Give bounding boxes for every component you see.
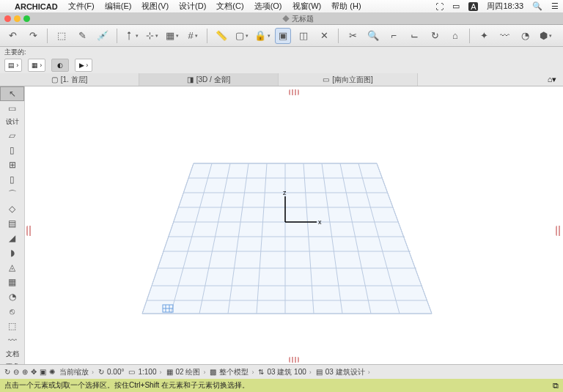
- curtainwall-tool[interactable]: ▦: [0, 275, 24, 289]
- eyedropper-button[interactable]: ✎: [74, 28, 90, 44]
- morph-button[interactable]: ✦: [476, 28, 492, 44]
- pick-button[interactable]: ⬚: [54, 28, 70, 44]
- menubar-left: ARCHICAD 文件(F) 编辑(E) 视图(V) 设计(D) 文档(C) 选…: [4, 1, 361, 12]
- wall-tool[interactable]: ▱: [0, 128, 24, 143]
- spotlight-icon[interactable]: 🔍: [532, 1, 542, 11]
- arrow-tool-dropdown[interactable]: ⭡: [123, 28, 139, 44]
- grid-dropdown[interactable]: #: [185, 28, 201, 44]
- undo-button[interactable]: ↶: [4, 28, 21, 44]
- menu-edit[interactable]: 编辑(E): [105, 1, 132, 12]
- macos-menubar: ARCHICAD 文件(F) 编辑(E) 视图(V) 设计(D) 文档(C) 选…: [0, 0, 563, 13]
- nav-zoomout-icon[interactable]: ⊖: [13, 368, 19, 376]
- tab-label: [3D / 全部]: [196, 75, 231, 85]
- find-button[interactable]: 🔍: [365, 28, 381, 44]
- favorites-dropdown[interactable]: ⬢: [537, 28, 553, 44]
- close-view-button[interactable]: ✕: [316, 28, 332, 44]
- menu-view[interactable]: 视图(V): [141, 1, 169, 12]
- minimize-window-button[interactable]: [14, 15, 21, 22]
- quick-options: ▤ › ▦ › ◐ ▶ ›: [0, 57, 563, 73]
- marquee-tool[interactable]: ▭: [0, 101, 24, 116]
- morph-tool[interactable]: ◔: [0, 289, 24, 304]
- section-design: 设计: [0, 116, 24, 128]
- menu-options[interactable]: 选项(O): [254, 1, 282, 12]
- toolbox: ↖ ▭ 设计 ▱ ▯ ⊞ ▯ ⌒ ◇ ▤ ◢ ◗ ◬ ▦ ◔ ⎋ ⬚ 〰 文档 …: [0, 86, 25, 364]
- zone-tool[interactable]: ⬚: [0, 319, 24, 333]
- menu-file[interactable]: 文件(F): [68, 1, 95, 12]
- arrow-quick-button[interactable]: ▶ ›: [75, 59, 92, 72]
- inject-button[interactable]: 💉: [95, 28, 111, 44]
- slab-tool[interactable]: ◇: [0, 201, 24, 216]
- zoom-preset[interactable]: 当前缩放›: [59, 367, 94, 377]
- nav-orbit-icon[interactable]: ✺: [49, 368, 55, 376]
- mesh-button[interactable]: 〰: [496, 28, 512, 44]
- door-tool[interactable]: ▯: [0, 143, 24, 158]
- rotate-button[interactable]: ↻: [427, 28, 443, 44]
- nav-fit-icon[interactable]: ▣: [40, 368, 46, 376]
- menu-document[interactable]: 文档(C): [216, 1, 243, 12]
- stair-tool[interactable]: ▤: [0, 216, 24, 231]
- beam-tool[interactable]: ⌒: [0, 187, 24, 201]
- menu-icon[interactable]: ☰: [551, 1, 559, 11]
- wall-dropdown[interactable]: ▢: [234, 28, 250, 44]
- hint-text: 点击一个元素或划取一个选择区。按住Ctrl+Shift 在元素和子元素切换选择。: [4, 380, 249, 391]
- nav-pan-icon[interactable]: ✥: [31, 368, 37, 376]
- skylight-tool[interactable]: ◬: [0, 260, 24, 275]
- redo-button[interactable]: ↷: [25, 28, 41, 44]
- menu-window[interactable]: 视窗(W): [292, 1, 322, 12]
- view3d-button[interactable]: ▣: [275, 28, 291, 44]
- cut-button[interactable]: ✂: [345, 28, 361, 44]
- arrow-tool[interactable]: ↖: [0, 86, 24, 101]
- layer-quick-button[interactable]: ▤ ›: [4, 59, 22, 72]
- perspective-button[interactable]: ◫: [295, 28, 312, 44]
- tab-overflow-button[interactable]: ⌂▾: [541, 73, 563, 86]
- tab-floorplan[interactable]: ▢ [1. 首层]: [0, 73, 139, 86]
- layer-field[interactable]: ⇅03 建筑 100›: [258, 367, 311, 377]
- snap-dropdown[interactable]: ⊹: [144, 28, 160, 44]
- clock[interactable]: 周四18:33: [487, 1, 523, 12]
- app-name[interactable]: ARCHICAD: [15, 2, 58, 11]
- home-button[interactable]: ⌂: [447, 28, 463, 44]
- elevation-icon: ▭: [323, 75, 329, 84]
- view-tabs: ▢ [1. 首层] ◨ [3D / 全部] ▭ [南向立面图] ⌂▾: [0, 73, 563, 86]
- window-titlebar: ◆ 无标题: [0, 13, 563, 25]
- trim-button[interactable]: ⌐: [386, 28, 402, 44]
- floor-quick-button[interactable]: ▦ ›: [28, 59, 45, 72]
- model-field[interactable]: ▩整个模型›: [210, 367, 254, 377]
- tab-elevation[interactable]: ▭ [南向立面图]: [279, 73, 418, 86]
- shell-button[interactable]: ◔: [517, 28, 533, 44]
- axis-x-label: x: [318, 218, 322, 226]
- scale-field[interactable]: ▭1:100›: [128, 368, 161, 376]
- ruler-button[interactable]: 📏: [213, 28, 229, 44]
- shell-tool[interactable]: ◗: [0, 245, 24, 260]
- collapse-icon[interactable]: ⧉: [553, 381, 559, 391]
- column-tool[interactable]: ▯: [0, 172, 24, 187]
- nav-zoomin-icon[interactable]: ⊕: [22, 368, 28, 376]
- menu-design[interactable]: 设计(D): [179, 1, 206, 12]
- separator: [469, 29, 470, 43]
- mesh-tool[interactable]: 〰: [0, 333, 24, 348]
- menubar-right: ⛶ ▭ A 周四18:33 🔍 ☰: [435, 1, 559, 12]
- main-toolbar: ↶ ↷ ⬚ ✎ 💉 ⭡ ⊹ ▦ # 📏 ▢ 🔒 ▣ ◫ ✕ ✂ 🔍 ⌐ ⌙ ↻ …: [0, 25, 563, 47]
- layer-dropdown[interactable]: ▦: [164, 28, 180, 44]
- window-tool[interactable]: ⊞: [0, 158, 24, 172]
- input-method-icon[interactable]: A: [468, 2, 478, 11]
- nav-rotate-icon[interactable]: ↻: [4, 368, 10, 376]
- lock-dropdown[interactable]: 🔒: [254, 28, 271, 44]
- menu-help[interactable]: 帮助 (H): [331, 1, 361, 12]
- status-bar: ↻ ⊖ ⊕ ✥ ▣ ✺ 当前缩放› ↻0.00° ▭1:100› ▦02 绘图›…: [0, 364, 563, 379]
- view-field[interactable]: ▦02 绘图›: [166, 367, 206, 377]
- separator: [47, 29, 48, 43]
- zoom-window-button[interactable]: [23, 15, 30, 22]
- toggle-quick-button[interactable]: ◐: [51, 59, 69, 72]
- fullscreen-icon[interactable]: ⛶: [435, 2, 444, 11]
- tab-3d[interactable]: ◨ [3D / 全部]: [139, 73, 279, 86]
- roof-tool[interactable]: ◢: [0, 231, 24, 245]
- layout-field[interactable]: ▤03 建筑设计›: [316, 367, 370, 377]
- extend-button[interactable]: ⌙: [406, 28, 422, 44]
- object-tool[interactable]: ⎋: [0, 304, 24, 319]
- viewport-3d[interactable]: z x: [25, 86, 563, 364]
- close-window-button[interactable]: [4, 15, 11, 22]
- tray-icon[interactable]: ▭: [452, 1, 460, 11]
- canvas-svg: z x: [25, 86, 563, 365]
- angle-field[interactable]: ↻0.00°: [98, 368, 124, 376]
